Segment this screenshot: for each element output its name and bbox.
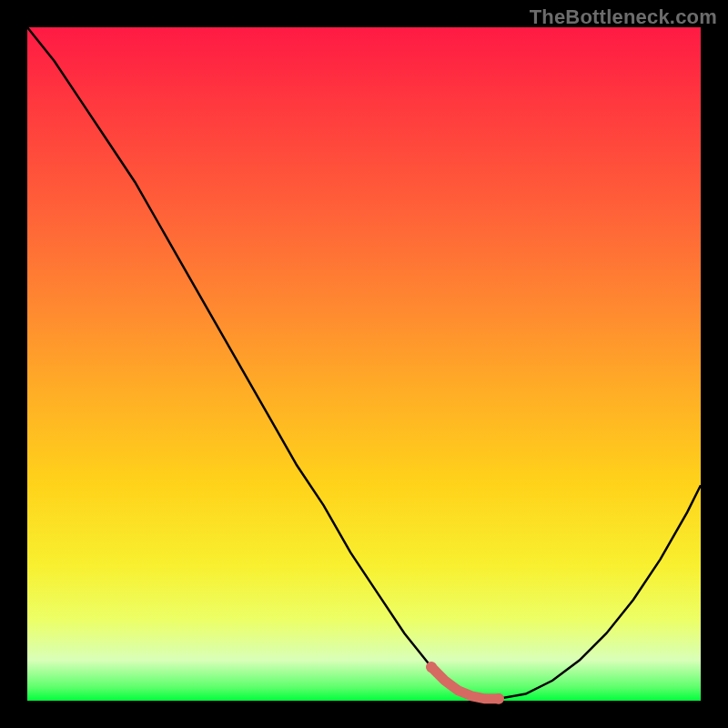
chart-svg bbox=[27, 27, 701, 701]
watermark-text: TheBottleneck.com bbox=[530, 5, 717, 29]
bottleneck-curve-line bbox=[27, 27, 701, 699]
optimal-zone-endpoint bbox=[426, 662, 437, 672]
optimal-zone-endpoint bbox=[493, 693, 504, 704]
optimal-zone-highlight bbox=[431, 667, 499, 699]
chart-frame: TheBottleneck.com bbox=[0, 0, 728, 728]
